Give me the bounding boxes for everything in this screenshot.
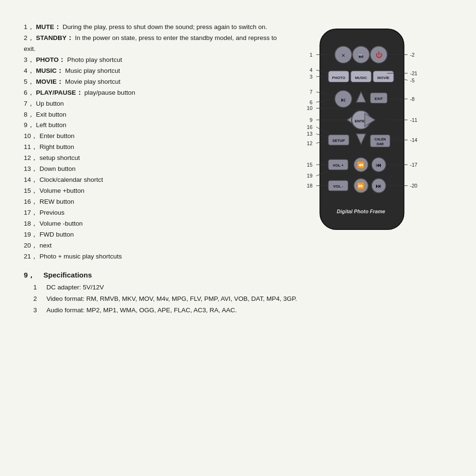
svg-text:19: 19 — [307, 173, 313, 178]
feature-item-1: 1，MUTE： During the play, press to shut d… — [24, 22, 281, 33]
svg-text:CALEN: CALEN — [375, 138, 386, 141]
feature-item-2: 2，STANDBY： In the power on state, press … — [24, 33, 281, 55]
feature-item-5: 5，MOVIE： Movie play shortcut — [24, 77, 281, 88]
section9-header: 9，Specifications — [24, 271, 452, 280]
spec-item-3: 3Audio format: MP2, MP1, WMA, OGG, APE, … — [33, 305, 452, 316]
spec-item-1: 1DC adapter: 5V/12V — [33, 282, 452, 293]
feature-item-9: 9，Left button — [24, 120, 281, 131]
svg-text:✕: ✕ — [341, 53, 345, 58]
feature-item-6: 6，PLAY/PAUSE： play/pause button — [24, 88, 281, 99]
svg-text:10: 10 — [307, 105, 313, 111]
feature-item-4: 4，MUSIC： Music play shortcut — [24, 66, 281, 77]
feature-item-3: 3，PHOTO： Photo play shortcut — [24, 55, 281, 66]
remote-diagram: ✕ 📷 ⏻ PHOTO MUSIC MOVIE ⏯ — [290, 27, 452, 262]
svg-text:15: 15 — [307, 162, 313, 168]
svg-text:7: 7 — [310, 89, 313, 95]
svg-text:16: 16 — [307, 124, 313, 130]
remote-features-list: 1，MUTE： During the play, press to shut d… — [24, 22, 281, 262]
svg-text:Digital Photo Frame: Digital Photo Frame — [337, 208, 386, 214]
svg-text:⏮: ⏮ — [376, 161, 382, 169]
feature-item-7: 7，Up button — [24, 99, 281, 109]
page-wrapper: 1，MUTE： During the play, press to shut d… — [24, 19, 452, 317]
svg-text:MUSIC: MUSIC — [355, 76, 367, 80]
svg-text:-5: -5 — [410, 78, 415, 83]
feature-item-19: 19，FWD button — [24, 229, 281, 240]
svg-text:9: 9 — [310, 117, 313, 123]
svg-text:VOL -: VOL - — [333, 184, 343, 188]
feature-item-13: 13，Down button — [24, 164, 281, 175]
feature-item-15: 15，Volume +button — [24, 186, 281, 197]
svg-text:⏭: ⏭ — [376, 182, 382, 189]
svg-text:-8: -8 — [410, 96, 415, 102]
svg-text:VOL +: VOL + — [333, 163, 344, 168]
feature-item-14: 14，Clock/calendar shortct — [24, 175, 281, 186]
feature-item-11: 11，Right button — [24, 142, 281, 153]
feature-item-8: 8，Exit button — [24, 109, 281, 120]
svg-text:📷: 📷 — [358, 53, 364, 59]
feature-item-20: 20，next — [24, 240, 281, 251]
svg-text:4: 4 — [310, 67, 313, 73]
feature-item-17: 17，Previous — [24, 208, 281, 218]
svg-text:EXIT: EXIT — [375, 97, 383, 101]
svg-text:PHOTO: PHOTO — [332, 76, 346, 80]
feature-item-10: 10，Enter button — [24, 131, 281, 142]
svg-text:-11: -11 — [410, 117, 417, 123]
svg-text:DAR: DAR — [377, 142, 384, 146]
svg-text:MOVIE: MOVIE — [377, 76, 389, 80]
svg-text:18: 18 — [307, 183, 313, 188]
feature-item-16: 16，REW button — [24, 197, 281, 208]
svg-text:SETUP: SETUP — [332, 139, 345, 143]
svg-text:⏩: ⏩ — [357, 182, 365, 190]
svg-text:6: 6 — [310, 99, 313, 105]
svg-text:3: 3 — [310, 74, 313, 79]
svg-text:-2: -2 — [410, 52, 415, 58]
svg-text:13: 13 — [307, 131, 313, 137]
svg-text:12: 12 — [307, 140, 313, 146]
feature-item-12: 12，setup shortcut — [24, 153, 281, 164]
svg-text:⏻: ⏻ — [376, 51, 382, 59]
svg-text:-21: -21 — [410, 70, 417, 76]
svg-text:-20: -20 — [410, 183, 417, 188]
svg-text:⏪: ⏪ — [357, 161, 365, 169]
section9: 9，Specifications1DC adapter: 5V/12V2Vide… — [24, 271, 452, 317]
svg-text:-14: -14 — [410, 137, 417, 143]
feature-item-18: 18，Volume -button — [24, 218, 281, 229]
svg-text:⏯: ⏯ — [340, 96, 347, 103]
svg-text:-17: -17 — [410, 162, 417, 168]
spec-item-2: 2Video format: RM, RMVB, MKV, MOV, M4v, … — [33, 293, 452, 305]
svg-text:1: 1 — [310, 52, 313, 58]
feature-item-21: 21，Photo + music play shortcuts — [24, 251, 281, 262]
